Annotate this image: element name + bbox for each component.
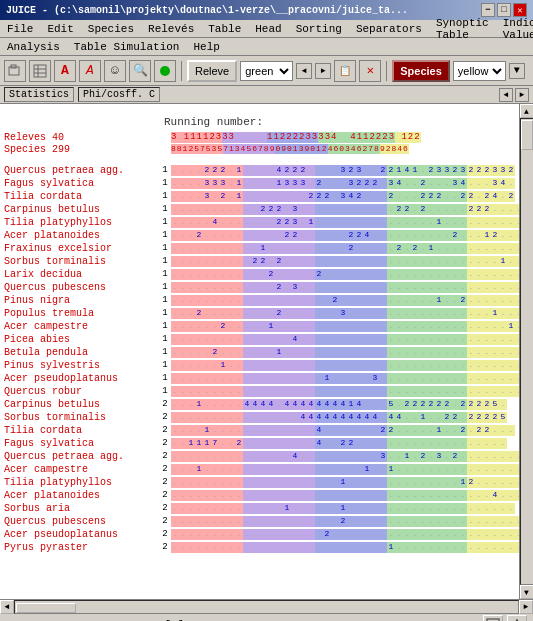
horizontal-scrollbar[interactable]: ◄ ► [0, 599, 533, 613]
data-cell: . [363, 295, 371, 305]
data-cell: . [395, 191, 403, 201]
menu-head[interactable]: Head [252, 22, 284, 36]
data-cell: . [387, 438, 395, 448]
toolbar-btn-6[interactable]: 🔍 [129, 60, 151, 82]
menu-edit[interactable]: Edit [44, 22, 76, 36]
data-cell: . [219, 451, 227, 461]
data-cell: . [403, 256, 411, 266]
philcoff-tag[interactable]: Phi/cosff. C [78, 87, 160, 102]
data-cell: . [427, 386, 435, 396]
data-cell: . [371, 451, 379, 461]
data-cell: . [283, 191, 291, 201]
data-cell: . [467, 464, 475, 474]
data-cell: 2 [347, 230, 355, 240]
menu-file[interactable]: File [4, 22, 36, 36]
menu-analysis[interactable]: Analysis [4, 40, 63, 54]
h-scroll-thumb[interactable] [16, 603, 76, 613]
scroll-right-arrow[interactable]: ► [515, 88, 529, 102]
data-cell: . [211, 204, 219, 214]
status-icon-2[interactable] [507, 615, 527, 622]
menu-synoptic[interactable]: Synoptic Table [433, 16, 492, 42]
data-cell: . [211, 191, 219, 201]
data-cell: . [371, 529, 379, 539]
species-arrow-down[interactable]: ▼ [509, 63, 525, 79]
color-select-1[interactable]: green red blue yellow [240, 61, 293, 81]
data-cell: . [483, 503, 491, 513]
data-cell: . [395, 334, 403, 344]
menu-sorting[interactable]: Sorting [293, 22, 345, 36]
data-cell: . [435, 373, 443, 383]
data-cell: 2 [323, 191, 331, 201]
toolbar-btn-5[interactable]: ☺ [104, 60, 126, 82]
toolbar-icon-8[interactable]: 📋 [334, 60, 356, 82]
data-cell: . [387, 204, 395, 214]
data-cell: . [379, 529, 387, 539]
data-cell: . [307, 178, 315, 188]
statistics-tag[interactable]: Statistics [4, 87, 74, 102]
data-cell: . [331, 464, 339, 474]
species-group-num: 1 [159, 295, 171, 307]
data-cell: . [187, 204, 195, 214]
data-cell: . [499, 399, 507, 409]
toolbar: A A ☺ 🔍 Releve green red blue yellow ◄ ►… [0, 56, 533, 86]
toolbar-btn-2[interactable] [29, 60, 51, 82]
vertical-scrollbar[interactable]: ▲ ▼ [519, 104, 533, 599]
data-cell: . [371, 308, 379, 318]
toolbar-close-btn[interactable]: ✕ [359, 60, 381, 82]
h-scroll-right[interactable]: ► [519, 600, 533, 614]
data-cell: . [187, 295, 195, 305]
toolbar-btn-3[interactable]: A [54, 60, 76, 82]
color-select-2[interactable]: yellow green red blue [453, 61, 506, 81]
data-cell: . [283, 490, 291, 500]
menu-table-simulation[interactable]: Table Simulation [71, 40, 183, 54]
data-cell: . [267, 516, 275, 526]
toolbar-btn-1[interactable] [4, 60, 26, 82]
data-cell: . [283, 295, 291, 305]
menu-releves[interactable]: Relevés [145, 22, 197, 36]
h-scroll-left[interactable]: ◄ [0, 600, 14, 614]
h-scroll-track[interactable] [14, 600, 519, 614]
menu-species[interactable]: Species [85, 22, 137, 36]
table-container[interactable]: Running number: Releves 40 3 11112333 11… [0, 104, 519, 599]
data-cell: . [307, 204, 315, 214]
menu-separators[interactable]: Separators [353, 22, 425, 36]
data-cell: . [251, 425, 259, 435]
data-cell: . [515, 334, 519, 344]
data-cell: . [195, 243, 203, 253]
data-cell: . [499, 191, 507, 201]
data-cell: . [331, 165, 339, 175]
data-cell: . [475, 529, 483, 539]
arrow-left-btn[interactable]: ◄ [296, 63, 312, 79]
data-cell: 4 [387, 412, 395, 422]
data-cell: . [363, 516, 371, 526]
data-cell: . [435, 282, 443, 292]
data-cell: . [275, 321, 283, 331]
menu-indicator[interactable]: Indicator Values [500, 16, 533, 42]
scroll-down-button[interactable]: ▼ [520, 585, 534, 599]
data-cell: . [515, 451, 519, 461]
scroll-track[interactable] [520, 118, 534, 585]
data-cell: . [483, 386, 491, 396]
data-cell: . [243, 178, 251, 188]
scroll-up-button[interactable]: ▲ [520, 104, 534, 118]
menu-table[interactable]: Table [205, 22, 244, 36]
data-cell: . [195, 412, 203, 422]
data-cell: . [259, 230, 267, 240]
status-icon-1[interactable] [483, 615, 503, 622]
data-cell: . [491, 321, 499, 331]
toolbar-btn-4[interactable]: A [79, 60, 101, 82]
releve-button[interactable]: Releve [187, 60, 237, 82]
data-cell: . [467, 373, 475, 383]
scroll-left-arrow[interactable]: ◄ [499, 88, 513, 102]
data-cell: . [315, 386, 323, 396]
arrow-right-btn[interactable]: ► [315, 63, 331, 79]
data-cell: . [371, 438, 379, 448]
data-cell: . [259, 269, 267, 279]
species-button[interactable]: Species [392, 60, 450, 82]
species-group-num: 2 [159, 490, 171, 502]
menu-help[interactable]: Help [190, 40, 222, 54]
toolbar-btn-7[interactable] [154, 60, 176, 82]
data-cell: . [467, 542, 475, 552]
data-cell: . [395, 477, 403, 487]
scroll-thumb[interactable] [521, 120, 533, 150]
